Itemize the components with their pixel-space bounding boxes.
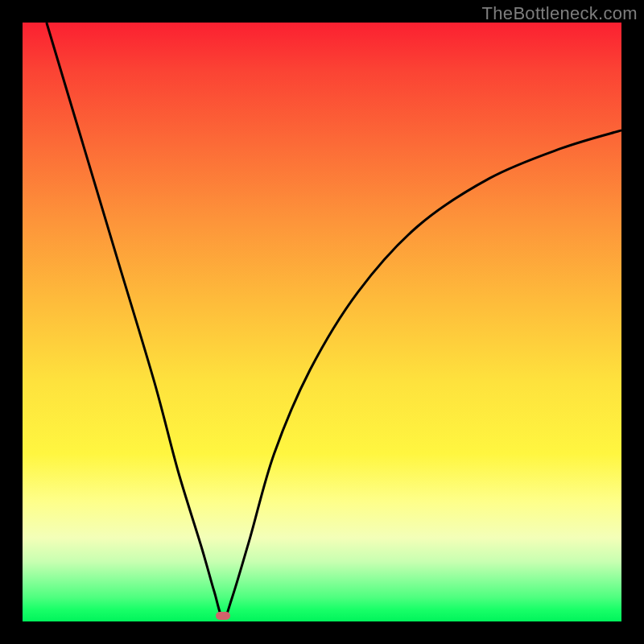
- optimum-marker: [216, 612, 230, 620]
- watermark-text: TheBottleneck.com: [482, 3, 638, 24]
- plot-area: [23, 23, 621, 621]
- curve-path: [47, 23, 621, 618]
- bottleneck-curve: [23, 23, 621, 621]
- chart-frame: TheBottleneck.com: [0, 0, 644, 644]
